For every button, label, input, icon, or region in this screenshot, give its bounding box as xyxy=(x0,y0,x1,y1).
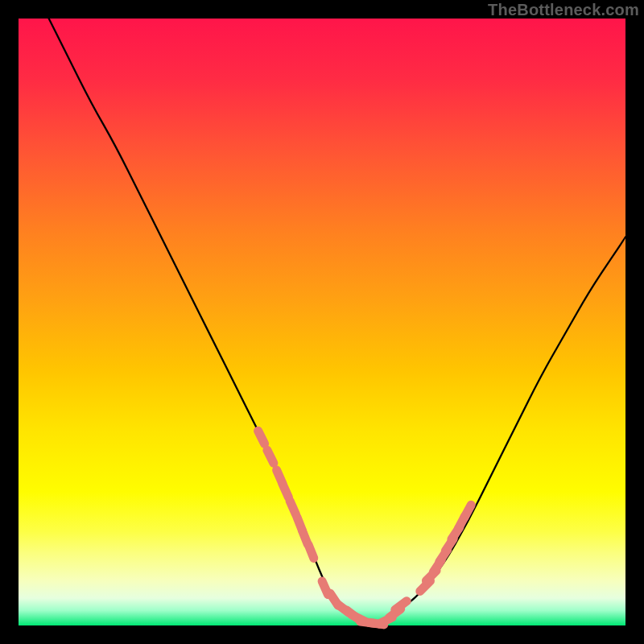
plot-area xyxy=(19,19,625,625)
data-markers xyxy=(258,431,472,625)
marker-point xyxy=(258,431,265,444)
marker-point xyxy=(464,505,472,518)
bottleneck-curve xyxy=(19,0,625,625)
chart-stage: TheBottleneck.com xyxy=(0,0,644,644)
marker-point xyxy=(290,502,295,514)
marker-point xyxy=(308,545,314,559)
marker-point xyxy=(267,450,274,463)
chart-svg xyxy=(19,19,625,625)
watermark-text: TheBottleneck.com xyxy=(488,1,639,19)
marker-point xyxy=(283,484,288,497)
